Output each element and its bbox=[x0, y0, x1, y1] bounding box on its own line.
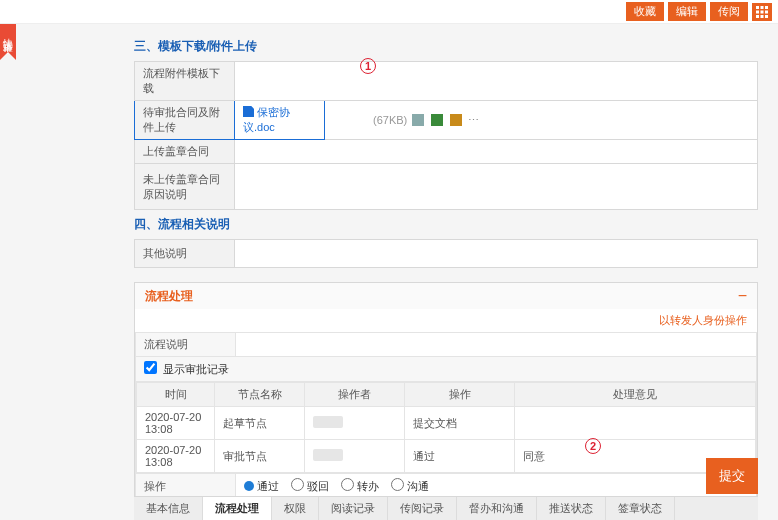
document-icon bbox=[243, 106, 254, 117]
tab-process[interactable]: 流程处理 bbox=[203, 497, 272, 520]
tab-signstatus[interactable]: 签章状态 bbox=[606, 497, 675, 520]
tab-supervise[interactable]: 督办和沟通 bbox=[457, 497, 537, 520]
op-label: 操作 bbox=[136, 474, 236, 499]
proc-desc-label: 流程说明 bbox=[136, 333, 236, 357]
annotation-1: 1 bbox=[360, 58, 376, 74]
section-3-title: 三、模板下载/附件上传 bbox=[134, 38, 758, 55]
log-th-time: 时间 bbox=[137, 383, 215, 407]
collapse-icon[interactable]: − bbox=[738, 287, 747, 305]
attachment-link[interactable]: 保密协议.doc bbox=[243, 106, 290, 133]
op-transfer[interactable]: 转办 bbox=[341, 478, 379, 494]
operator-redacted bbox=[313, 416, 343, 428]
process-panel: 流程处理 − 以转发人身份操作 流程说明 显示审批记录 时间 节点名 bbox=[134, 282, 758, 520]
attachment-cell: 保密协议.doc bbox=[235, 101, 325, 140]
svg-rect-7 bbox=[761, 15, 764, 18]
tab-readlog[interactable]: 阅读记录 bbox=[319, 497, 388, 520]
approval-log-table: 时间 节点名称 操作者 操作 处理意见 2020-07-20 13:08 起草节… bbox=[136, 382, 756, 473]
tab-perm[interactable]: 权限 bbox=[272, 497, 319, 520]
role-switch-link[interactable]: 以转发人身份操作 bbox=[659, 314, 747, 326]
log-row: 2020-07-20 13:08 起草节点 提交文档 bbox=[137, 407, 756, 440]
tab-fwdlog[interactable]: 传阅记录 bbox=[388, 497, 457, 520]
pencil-icon[interactable] bbox=[450, 114, 462, 126]
log-th-node: 节点名称 bbox=[215, 383, 305, 407]
svg-rect-3 bbox=[756, 10, 759, 13]
section-4-title: 四、流程相关说明 bbox=[134, 216, 758, 233]
bottom-tabs: 基本信息 流程处理 权限 阅读记录 传阅记录 督办和沟通 推送状态 签章状态 bbox=[134, 496, 758, 520]
file-size: (67KB) bbox=[373, 114, 407, 126]
download-icon[interactable] bbox=[431, 114, 443, 126]
svg-rect-4 bbox=[761, 10, 764, 13]
op-reject[interactable]: 驳回 bbox=[291, 478, 329, 494]
section-4-table: 其他说明 bbox=[134, 239, 758, 268]
svg-rect-8 bbox=[765, 15, 768, 18]
log-th-opinion: 处理意见 bbox=[515, 383, 756, 407]
section-3-table: 流程附件模板下载 待审批合同及附件上传 保密协议.doc (67KB) ⋯ 上传… bbox=[134, 61, 758, 210]
favorite-button[interactable]: 收藏 bbox=[626, 2, 664, 21]
row-template-label: 流程附件模板下载 bbox=[135, 62, 235, 101]
submit-button[interactable]: 提交 bbox=[706, 458, 758, 494]
preview-icon[interactable] bbox=[412, 114, 424, 126]
row-upload-label: 待审批合同及附件上传 bbox=[135, 101, 235, 140]
row-stamped-label: 上传盖章合同 bbox=[135, 140, 235, 164]
log-th-operator: 操作者 bbox=[305, 383, 405, 407]
svg-rect-6 bbox=[756, 15, 759, 18]
top-action-bar: 收藏 编辑 传阅 bbox=[0, 0, 778, 24]
svg-rect-0 bbox=[756, 6, 759, 9]
show-log-checkbox[interactable] bbox=[144, 361, 157, 374]
tab-basic[interactable]: 基本信息 bbox=[134, 497, 203, 520]
grid-icon[interactable] bbox=[752, 3, 772, 21]
annotation-2: 2 bbox=[585, 438, 601, 454]
process-title: 流程处理 bbox=[145, 288, 193, 305]
svg-rect-5 bbox=[765, 10, 768, 13]
svg-rect-1 bbox=[761, 6, 764, 9]
svg-rect-2 bbox=[765, 6, 768, 9]
show-log-label: 显示审批记录 bbox=[163, 363, 229, 375]
op-comm[interactable]: 沟通 bbox=[391, 478, 429, 494]
log-th-action: 操作 bbox=[405, 383, 515, 407]
row-other-label: 其他说明 bbox=[135, 240, 235, 268]
edit-button[interactable]: 编辑 bbox=[668, 2, 706, 21]
log-row: 2020-07-20 13:08 审批节点 通过 同意 bbox=[137, 440, 756, 473]
row-reason-label: 未上传盖章合同原因说明 bbox=[135, 164, 235, 210]
operator-redacted bbox=[313, 449, 343, 461]
delete-icon[interactable]: ⋯ bbox=[468, 114, 479, 126]
op-pass[interactable]: 通过 bbox=[244, 479, 279, 494]
tab-push[interactable]: 推送状态 bbox=[537, 497, 606, 520]
forward-button[interactable]: 传阅 bbox=[710, 2, 748, 21]
quick-approve-ribbon[interactable]: 快速审批 bbox=[0, 24, 16, 52]
radio-selected-icon bbox=[244, 481, 254, 491]
